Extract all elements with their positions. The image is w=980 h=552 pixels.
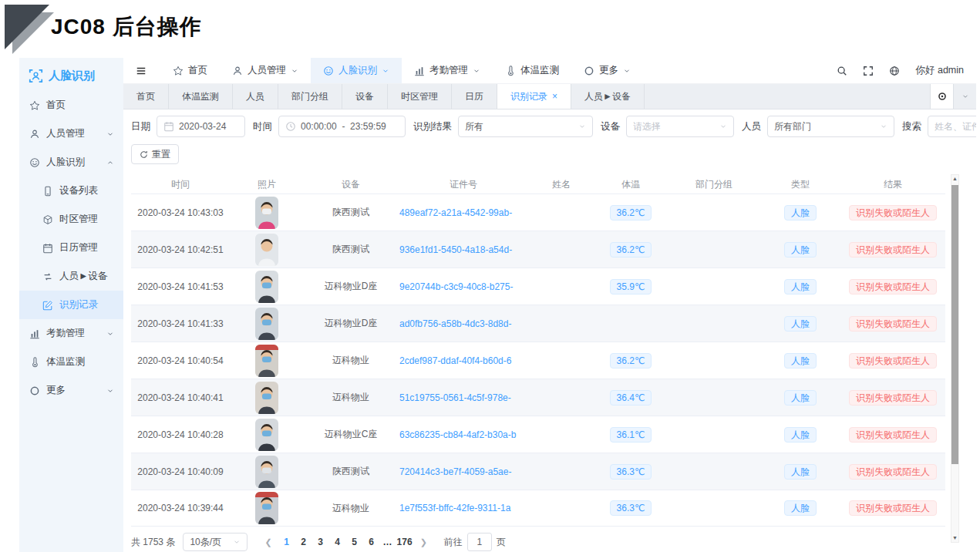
nav-item-人员管理[interactable]: 人员管理 — [220, 58, 311, 83]
tab-caret-button[interactable] — [953, 84, 976, 109]
scroll-down-arrow[interactable]: ▼ — [951, 534, 958, 542]
cell-id-link[interactable]: 51c19755-0561-4c5f-978e- — [399, 392, 511, 403]
result-select[interactable]: 所有 — [458, 116, 593, 137]
tab-体温监测[interactable]: 体温监测 — [169, 84, 233, 109]
tab-部门分组[interactable]: 部门分组 — [278, 84, 342, 109]
table-header: 时间照片设备证件号姓名体温部门分组类型结果 — [131, 175, 945, 194]
sidebar-item-时区管理[interactable]: 时区管理 — [19, 205, 123, 234]
tabs-bar: 首页体温监测人员部门分组设备时区管理日历识别记录×人员►设备 — [123, 84, 976, 109]
sidebar-item-人脸识别[interactable]: 人脸识别 — [19, 148, 123, 177]
nav-item-更多[interactable]: 更多 — [571, 58, 643, 83]
app-logo[interactable]: 人脸识别 — [19, 64, 123, 91]
cell-photo[interactable] — [230, 456, 304, 488]
sidebar-item-设备列表[interactable]: 设备列表 — [19, 177, 123, 205]
cell-photo[interactable] — [230, 197, 304, 229]
cell-time: 2020-03-24 10:43:03 — [131, 207, 230, 218]
nav-item-首页[interactable]: 首页 — [160, 58, 220, 83]
page-number-3[interactable]: 3 — [312, 537, 329, 547]
goto-page-input[interactable] — [467, 533, 492, 551]
cell-id-link[interactable]: 2cdef987-ddaf-40f4-b60d-6 — [399, 355, 511, 366]
sidebar-item-体温监测[interactable]: 体温监测 — [19, 348, 123, 376]
prev-page-button[interactable]: ❮ — [258, 537, 278, 547]
cell-time: 2020-03-24 10:42:51 — [131, 244, 230, 255]
tab-人员►设备[interactable]: 人员►设备 — [571, 84, 645, 109]
tab-首页[interactable]: 首页 — [123, 84, 169, 109]
cell-time: 2020-03-24 10:41:53 — [131, 281, 230, 292]
scrollbar-thumb[interactable] — [951, 185, 958, 464]
sidebar-item-日历管理[interactable]: 日历管理 — [19, 234, 123, 262]
sidebar-item-考勤管理[interactable]: 考勤管理 — [19, 319, 123, 348]
page-size-select[interactable]: 10条/页 — [183, 533, 248, 551]
sidebar-item-人员管理[interactable]: 人员管理 — [19, 119, 123, 148]
reset-button[interactable]: 重置 — [131, 144, 179, 164]
goto-suffix: 页 — [497, 536, 506, 549]
cell-photo[interactable] — [230, 382, 304, 414]
sidebar-item-更多[interactable]: 更多 — [19, 376, 123, 405]
star-icon — [173, 66, 184, 76]
user-greeting[interactable]: 你好 admin — [915, 64, 964, 77]
scroll-up-arrow[interactable]: ▲ — [951, 175, 958, 183]
next-page-button[interactable]: ❯ — [414, 537, 433, 547]
chevron-down-icon — [880, 123, 887, 130]
tab-设备[interactable]: 设备 — [342, 84, 388, 109]
device-select[interactable]: 请选择 — [626, 116, 734, 137]
chevron-down-icon — [106, 330, 114, 338]
sidebar-item-人员►设备[interactable]: 人员►设备 — [19, 262, 123, 291]
cell-temperature: 36.2℃ — [594, 205, 668, 220]
filter-row-2: 重置 — [131, 144, 958, 164]
tab-人员[interactable]: 人员 — [233, 84, 278, 109]
cell-device: 迈科物业C座 — [304, 428, 398, 441]
filter-label: 日期 — [131, 120, 150, 133]
tab-时区管理[interactable]: 时区管理 — [388, 84, 452, 109]
cell-id-link[interactable]: 489eaf72-a21a-4542-99ab- — [399, 207, 512, 218]
vertical-scrollbar[interactable]: ▲ ▼ — [951, 174, 959, 543]
cell-photo[interactable] — [230, 308, 304, 340]
sidebar-item-label: 更多 — [46, 384, 100, 397]
cell-photo[interactable] — [230, 271, 304, 303]
page-number-5[interactable]: 5 — [346, 537, 363, 547]
cell-id-link[interactable]: 1e7f553f-bffc-42fe-9311-1a — [399, 503, 510, 513]
cell-result: 识别失败或陌生人 — [840, 464, 945, 480]
circle-icon — [584, 66, 594, 76]
sidebar-item-识别记录[interactable]: 识别记录 — [19, 291, 123, 319]
tab-options-button[interactable] — [930, 84, 953, 109]
tab-识别记录[interactable]: 识别记录× — [497, 84, 571, 109]
time-range-input[interactable] — [301, 121, 399, 132]
tab-label: 识别记录 — [510, 90, 547, 103]
cell-photo[interactable] — [230, 492, 304, 524]
search-icon[interactable] — [837, 66, 847, 76]
app-window: 人脸识别 首页人员管理人脸识别设备列表时区管理日历管理人员►设备识别记录考勤管理… — [19, 58, 976, 552]
cell-id-link[interactable]: 9e20744b-c3c9-40c8-b275- — [399, 281, 513, 292]
date-input[interactable] — [179, 121, 238, 132]
tab-日历[interactable]: 日历 — [452, 84, 497, 109]
column-header-姓名: 姓名 — [529, 178, 594, 191]
nav-item-体温监测[interactable]: 体温监测 — [493, 58, 571, 83]
cell-id-link[interactable]: ad0fb756-a58b-4dc3-8d8d- — [399, 318, 511, 329]
page-number-4[interactable]: 4 — [329, 537, 346, 547]
cell-id-link[interactable]: 720414c3-be7f-4059-a5ae- — [399, 466, 511, 477]
nav-item-人脸识别[interactable]: 人脸识别 — [311, 58, 402, 83]
globe-icon[interactable] — [889, 66, 900, 76]
cell-photo[interactable] — [230, 419, 304, 451]
nav-item-考勤管理[interactable]: 考勤管理 — [402, 58, 493, 83]
hamburger-icon[interactable] — [123, 58, 160, 83]
app-logo-text: 人脸识别 — [49, 69, 95, 83]
close-icon[interactable]: × — [552, 91, 557, 102]
page-number-1[interactable]: 1 — [278, 537, 295, 547]
filter-label: 时间 — [253, 120, 272, 133]
select-value: 所有部门 — [774, 120, 875, 133]
page-number-176[interactable]: 176 — [396, 537, 414, 547]
cell-photo[interactable] — [230, 345, 304, 377]
sidebar-item-首页[interactable]: 首页 — [19, 91, 123, 119]
fullscreen-icon[interactable] — [863, 66, 874, 76]
face-photo — [255, 456, 278, 488]
nav-item-label: 更多 — [599, 64, 618, 77]
page-number-2[interactable]: 2 — [295, 537, 312, 547]
cell-id-link[interactable]: 936e1fd1-5450-4a18-a54d- — [399, 244, 512, 255]
cell-device: 陕西测试 — [304, 206, 398, 219]
search-input[interactable] — [935, 121, 976, 132]
cell-photo[interactable] — [230, 234, 304, 266]
person-select[interactable]: 所有部门 — [767, 116, 894, 137]
page-number-6[interactable]: 6 — [363, 537, 380, 547]
cell-id-link[interactable]: 63c86235-cb84-4af2-b30a-b — [399, 429, 516, 440]
